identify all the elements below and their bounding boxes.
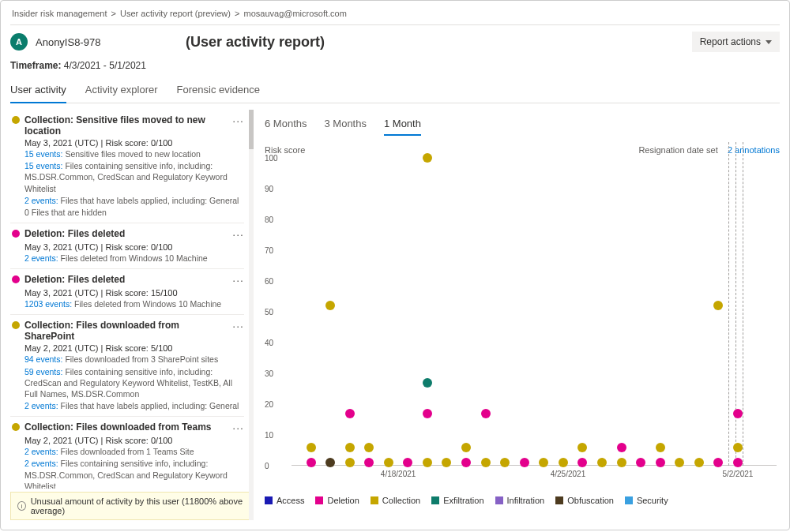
risk-scatter-chart[interactable]: 0102030405060708090100 4/18/20214/25/202…	[265, 158, 780, 474]
page-title: (User activity report)	[186, 34, 684, 51]
tab-activity-explorer[interactable]: Activity explorer	[85, 79, 158, 103]
info-icon: i	[17, 501, 26, 511]
data-point[interactable]	[384, 458, 393, 467]
timeframe-label: Timeframe: 4/3/2021 - 5/1/2021	[10, 60, 780, 71]
data-point[interactable]	[481, 458, 491, 467]
legend-swatch-icon	[371, 496, 378, 504]
breadcrumb[interactable]: Insider risk management > User activity …	[10, 7, 780, 23]
legend-item[interactable]: Deletion	[315, 496, 359, 505]
list-item[interactable]: Collection: Sensitive files moved to new…	[10, 110, 244, 223]
item-meta: May 3, 2021 (UTC) | Risk score: 15/100	[12, 288, 244, 298]
data-point[interactable]	[733, 458, 743, 467]
data-point[interactable]	[461, 458, 471, 467]
event-line: 15 events: Sensitive files moved to new …	[12, 148, 244, 159]
item-meta: May 2, 2021 (UTC) | Risk score: 5/100	[12, 343, 244, 353]
data-point[interactable]	[675, 458, 684, 467]
list-item[interactable]: Collection: Files downloaded from ShareP…	[10, 315, 244, 417]
data-point[interactable]	[307, 458, 316, 467]
data-point[interactable]	[539, 458, 548, 467]
data-point[interactable]	[617, 443, 626, 452]
data-point[interactable]	[733, 409, 743, 418]
event-line: 15 events: Files containing sensitive in…	[12, 160, 244, 194]
data-point[interactable]	[520, 458, 529, 467]
list-item[interactable]: Deletion: Files deleted···May 3, 2021 (U…	[10, 223, 244, 269]
legend-item[interactable]: Collection	[371, 496, 420, 505]
range-tabs: 6 Months3 Months1 Month	[265, 110, 780, 142]
data-point[interactable]	[345, 409, 355, 418]
data-point[interactable]	[577, 443, 587, 452]
legend-item[interactable]: Exfiltration	[431, 496, 483, 505]
data-point[interactable]	[364, 443, 374, 452]
legend-swatch-icon	[265, 496, 273, 504]
data-point[interactable]	[345, 443, 355, 452]
event-line: 0 Files that are hidden	[12, 207, 244, 218]
data-point[interactable]	[597, 458, 607, 467]
list-item[interactable]: Collection: Files downloaded from Teams·…	[10, 417, 244, 489]
tab-user-activity[interactable]: User activity	[10, 79, 66, 103]
avatar: A	[10, 33, 28, 51]
item-title: Collection: Files downloaded from Teams	[24, 421, 228, 433]
range-tab-1-month[interactable]: 1 Month	[384, 118, 421, 136]
anomaly-alert: i Unusual amount of activity by this use…	[10, 492, 254, 520]
activity-list[interactable]: Collection: Sensitive files moved to new…	[10, 110, 254, 489]
report-actions-button[interactable]: Report actions	[692, 32, 780, 52]
data-point[interactable]	[656, 443, 665, 452]
data-point[interactable]	[345, 458, 355, 467]
data-point[interactable]	[559, 458, 568, 467]
data-point[interactable]	[577, 458, 587, 467]
data-point[interactable]	[423, 458, 432, 467]
item-title: Collection: Files downloaded from ShareP…	[24, 320, 228, 342]
data-point[interactable]	[423, 153, 432, 163]
legend-swatch-icon	[495, 496, 503, 504]
legend-swatch-icon	[315, 496, 323, 504]
data-point[interactable]	[325, 458, 335, 467]
data-point[interactable]	[733, 443, 743, 452]
category-dot-icon	[12, 275, 20, 283]
tab-forensic-evidence[interactable]: Forensic evidence	[177, 79, 261, 103]
data-point[interactable]	[423, 409, 432, 418]
data-point[interactable]	[713, 458, 723, 467]
legend-item[interactable]: Security	[625, 496, 668, 505]
event-line: 94 events: Files downloaded from 3 Share…	[12, 354, 244, 365]
data-point[interactable]	[500, 458, 510, 467]
list-item[interactable]: Deletion: Files deleted···May 3, 2021 (U…	[10, 269, 244, 315]
data-point[interactable]	[423, 378, 432, 388]
more-icon[interactable]: ···	[232, 274, 244, 287]
event-line: 59 events: Files containing sensitive in…	[12, 366, 244, 400]
resignation-date-label: Resignation date set	[638, 145, 717, 155]
data-point[interactable]	[325, 301, 335, 310]
data-point[interactable]	[442, 458, 451, 467]
chevron-down-icon	[766, 40, 772, 44]
category-dot-icon	[12, 423, 20, 431]
item-title: Collection: Sensitive files moved to new…	[24, 114, 228, 137]
legend-item[interactable]: Obfuscation	[555, 496, 614, 505]
category-dot-icon	[12, 321, 20, 329]
data-point[interactable]	[656, 458, 665, 467]
data-point[interactable]	[461, 443, 471, 452]
category-dot-icon	[12, 230, 20, 238]
data-point[interactable]	[364, 458, 374, 467]
range-tab-3-months[interactable]: 3 Months	[324, 118, 366, 136]
more-icon[interactable]: ···	[232, 320, 244, 332]
more-icon[interactable]: ···	[232, 421, 244, 434]
data-point[interactable]	[636, 458, 645, 467]
data-point[interactable]	[307, 443, 316, 452]
item-title: Deletion: Files deleted	[24, 274, 228, 285]
data-point[interactable]	[694, 458, 704, 467]
item-meta: May 2, 2021 (UTC) | Risk score: 0/100	[12, 436, 244, 445]
data-point[interactable]	[617, 458, 626, 467]
legend-swatch-icon	[431, 496, 439, 504]
more-icon[interactable]: ···	[232, 228, 244, 241]
data-point[interactable]	[403, 458, 412, 467]
legend-swatch-icon	[625, 496, 633, 504]
legend-item[interactable]: Access	[265, 496, 304, 505]
legend-item[interactable]: Infiltration	[495, 496, 545, 505]
tabs: User activityActivity explorerForensic e…	[10, 79, 780, 103]
category-dot-icon	[12, 116, 20, 124]
data-point[interactable]	[481, 409, 491, 418]
range-tab-6-months[interactable]: 6 Months	[265, 118, 307, 136]
scrollbar[interactable]	[249, 110, 254, 520]
event-line: 2 events: Files deleted from Windows 10 …	[12, 253, 244, 264]
more-icon[interactable]: ···	[232, 114, 244, 127]
data-point[interactable]	[713, 301, 723, 310]
